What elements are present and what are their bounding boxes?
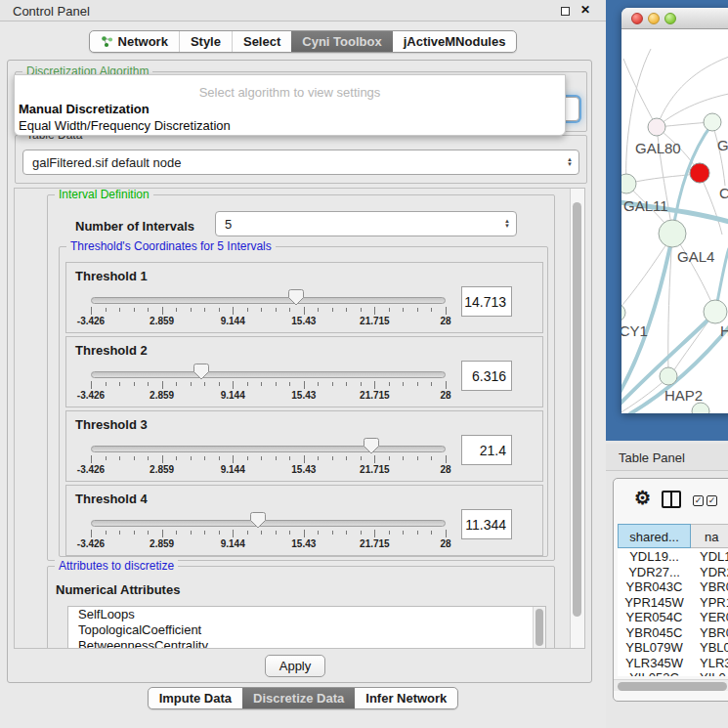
slider-tick — [403, 456, 404, 460]
scrollbar-thumb[interactable] — [573, 202, 581, 617]
gear-icon[interactable]: ⚙ — [634, 487, 651, 509]
slider-tick — [261, 456, 262, 460]
minimize-traffic-light-icon[interactable] — [648, 13, 660, 24]
tab-impute-data[interactable]: Impute Data — [149, 688, 242, 708]
table-row[interactable]: YPR145WYPR1 — [618, 595, 728, 611]
slider-tick — [417, 531, 418, 535]
slider-tick — [389, 456, 390, 460]
table-horizontal-scrollbar[interactable] — [614, 679, 728, 691]
network-window-titlebar — [621, 8, 728, 29]
tab-infer-network[interactable]: Infer Network — [355, 688, 457, 708]
table-cell-shared-name: YBR045C — [618, 625, 691, 641]
attributes-list-scrollbar[interactable] — [533, 607, 545, 649]
threshold-4-value-field[interactable] — [461, 509, 512, 539]
checkbox-icon[interactable] — [707, 495, 717, 506]
table-row[interactable]: YDL19...YDL1 — [618, 549, 728, 565]
network-node[interactable] — [692, 403, 709, 413]
table-cell-name: YBL0 — [691, 640, 728, 656]
table-cell-shared-name: YPR145W — [618, 595, 691, 611]
slider-tick — [446, 455, 447, 463]
threshold-1-value-field[interactable] — [461, 286, 512, 317]
slider-tick-label: 15.43 — [291, 390, 316, 401]
slider-tick-label: 2.859 — [150, 390, 174, 401]
table-row[interactable]: YDR27...YDR2 — [618, 565, 728, 580]
slider-tick — [374, 307, 375, 315]
apply-button[interactable]: Apply — [265, 655, 325, 677]
network-canvas[interactable]: GAL80GACGAL11GAL4GCY1HHAP2 — [621, 29, 728, 413]
dropdown-option-equal-width-frequency[interactable]: Equal Width/Frequency Discretization — [19, 118, 561, 134]
attribute-item-betweennesscentrality[interactable]: BetweennessCentrality — [68, 638, 545, 649]
slider-tick — [219, 308, 220, 312]
table-row[interactable]: YBL079WYBL0 — [618, 640, 728, 656]
tab-style[interactable]: Style — [179, 31, 232, 52]
number-of-intervals-combo[interactable]: 5 ▲▼ — [215, 211, 517, 236]
network-node-gcy1[interactable] — [621, 304, 625, 321]
slider-track[interactable] — [91, 371, 446, 378]
slider-thumb[interactable] — [288, 289, 304, 306]
tab-jactivemnodules[interactable]: jActiveMNodules — [393, 31, 517, 52]
table-cell-name: YER0 — [691, 610, 728, 625]
threshold-2-value-field[interactable] — [461, 361, 512, 391]
table-row[interactable]: YIL052CYIL0 — [618, 670, 728, 676]
zoom-traffic-light-icon[interactable] — [664, 13, 676, 24]
network-node-gal4[interactable] — [659, 220, 686, 247]
slider-tick — [106, 308, 107, 312]
network-node-h[interactable] — [704, 300, 727, 323]
slider-thumb[interactable] — [250, 512, 266, 529]
tab-label: Style — [191, 31, 221, 52]
slider-tick — [431, 308, 432, 312]
table-row[interactable]: YER054CYER0 — [618, 610, 728, 625]
table-row[interactable]: YBR045CYBR0 — [618, 625, 728, 641]
slider-tick — [417, 456, 418, 460]
slider-tick — [289, 308, 290, 312]
slider-tick — [332, 382, 333, 386]
number-of-intervals-value: 5 — [225, 217, 232, 232]
table-data-combo[interactable]: galFiltered.sif default node ▲▼ — [22, 150, 579, 175]
scrollbar-thumb[interactable] — [618, 682, 727, 691]
table-row[interactable]: YLR345WYLR3 — [618, 656, 728, 671]
threshold-3-value-field[interactable] — [461, 435, 512, 465]
slider-tick — [346, 456, 347, 460]
network-node-gal11[interactable] — [621, 174, 636, 193]
columns-icon[interactable] — [662, 491, 681, 508]
network-node-c[interactable] — [690, 163, 709, 183]
network-node-ga[interactable] — [704, 113, 721, 131]
slider-tick-label: 28 — [440, 316, 450, 326]
slider-track[interactable] — [91, 520, 446, 527]
slider-track[interactable] — [91, 446, 446, 452]
table-cell-shared-name: YBL079W — [618, 640, 691, 656]
column-header-shared-name[interactable]: shared... — [618, 524, 691, 548]
thresholds-group-title: Threshold's Coordinates for 5 Intervals — [66, 239, 276, 253]
slider-tick — [276, 456, 277, 460]
float-window-icon[interactable] — [561, 7, 570, 16]
slider-tick — [219, 456, 220, 460]
network-node-gal80[interactable] — [648, 118, 665, 136]
tab-cyni-toolbox[interactable]: Cyni Toolbox — [291, 31, 392, 52]
slider-thumb[interactable] — [193, 364, 209, 380]
column-header-name[interactable]: na — [691, 524, 728, 548]
table-row[interactable]: YBR043CYBR0 — [618, 579, 728, 595]
checkbox-icon[interactable] — [693, 495, 704, 506]
slider-tick — [304, 307, 305, 315]
attribute-item-topologicalcoefficient[interactable]: TopologicalCoefficient — [68, 622, 545, 638]
slider-track[interactable] — [91, 297, 446, 304]
attribute-item-selfloops[interactable]: SelfLoops — [68, 607, 545, 622]
slider-tick — [289, 531, 290, 535]
slider-tick — [389, 382, 390, 386]
thresholds-group: Threshold's Coordinates for 5 Intervals … — [59, 246, 548, 557]
table-panel: Table Panel ⚙ shared... na YDL19...YDL1Y… — [606, 441, 728, 728]
tab-network[interactable]: Network — [90, 31, 179, 52]
network-node-hap2[interactable] — [660, 367, 677, 385]
scrollbar-thumb[interactable] — [535, 609, 543, 646]
slider-tick — [162, 530, 163, 537]
close-icon[interactable]: ✕ — [580, 3, 590, 17]
slider-thumb[interactable] — [364, 438, 379, 454]
dropdown-option-manual-discretization[interactable]: Manual Discretization — [19, 102, 561, 117]
settings-vertical-scrollbar[interactable] — [570, 189, 584, 648]
tab-select[interactable]: Select — [232, 31, 291, 52]
slider-tick — [304, 530, 305, 537]
close-traffic-light-icon[interactable] — [631, 13, 643, 24]
slider-tick — [204, 382, 205, 386]
slider-tick — [431, 456, 432, 460]
tab-discretize-data[interactable]: Discretize Data — [242, 688, 355, 708]
